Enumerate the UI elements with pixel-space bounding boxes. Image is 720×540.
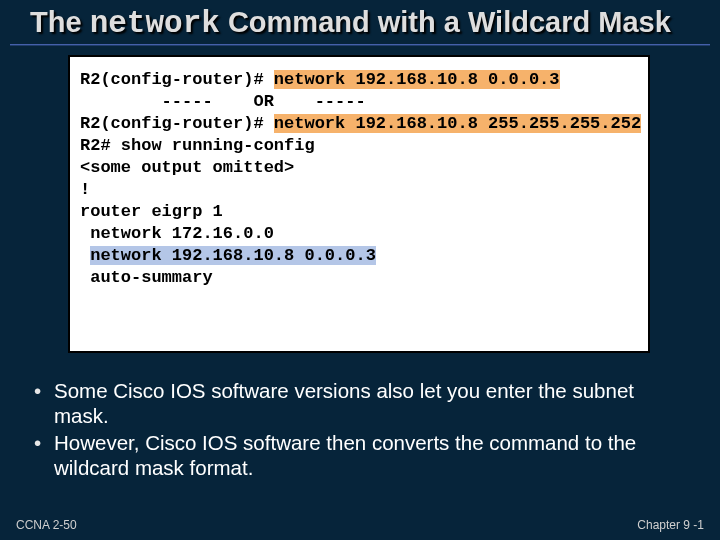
slide: The network Command with a Wildcard Mask… <box>0 0 720 540</box>
title-suffix: Command with a Wildcard Mask <box>220 6 671 38</box>
term-hl-9: network 192.168.10.8 0.0.0.3 <box>90 246 376 265</box>
title-underline <box>10 44 710 46</box>
term-line-4: R2# show running-config <box>80 135 638 157</box>
term-cmd-1: network 192.168.10.8 0.0.0.3 <box>274 70 560 89</box>
term-cmd-3: network 192.168.10.8 255.255.255.252 <box>274 114 641 133</box>
title-prefix: The <box>30 6 90 38</box>
footer-left: CCNA 2-50 <box>16 518 77 532</box>
bullet-item: Some Cisco IOS software versions also le… <box>30 378 690 428</box>
term-line-9: network 192.168.10.8 0.0.0.3 <box>80 245 638 267</box>
terminal-output: R2(config-router)# network 192.168.10.8 … <box>68 55 650 353</box>
term-line-5: <some output omitted> <box>80 157 638 179</box>
term-line-1: R2(config-router)# network 192.168.10.8 … <box>80 69 638 91</box>
footer-right: Chapter 9 -1 <box>637 518 704 532</box>
term-line-3: R2(config-router)# network 192.168.10.8 … <box>80 113 638 135</box>
page-title: The network Command with a Wildcard Mask <box>30 6 690 41</box>
term-line-7: router eigrp 1 <box>80 201 638 223</box>
term-indent-9 <box>80 246 90 265</box>
term-line-8: network 172.16.0.0 <box>80 223 638 245</box>
term-line-10: auto-summary <box>80 267 638 289</box>
bullet-item: However, Cisco IOS software then convert… <box>30 430 690 480</box>
term-prompt-3: R2(config-router)# <box>80 114 274 133</box>
term-or: ----- OR ----- <box>80 91 638 113</box>
title-mono: network <box>90 6 220 41</box>
term-prompt-1: R2(config-router)# <box>80 70 274 89</box>
bullet-list: Some Cisco IOS software versions also le… <box>30 378 690 482</box>
term-line-6: ! <box>80 179 638 201</box>
